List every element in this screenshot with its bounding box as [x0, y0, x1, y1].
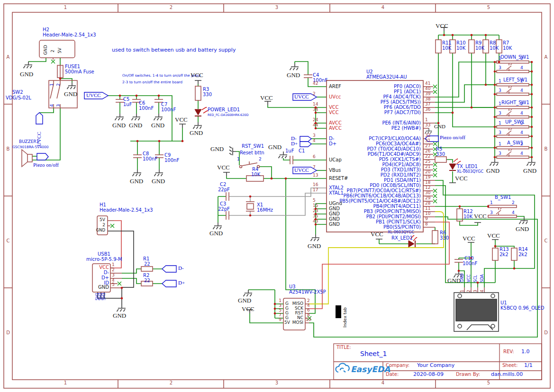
- x1-value[interactable]: 16MHz: [257, 208, 273, 213]
- r1-value[interactable]: 22: [144, 262, 150, 267]
- d-plus-flag-label[interactable]: D+: [291, 141, 298, 147]
- note-onoff-2[interactable]: 2-3 to turn on/off the entire board: [122, 80, 182, 84]
- fuse1-ref[interactable]: FUSE1: [65, 64, 80, 70]
- r9-ref[interactable]: R9: [475, 41, 481, 46]
- c8-value[interactable]: 100nF: [143, 157, 157, 162]
- power-led-part[interactable]: RED_FC-OA1608HRK-620D: [208, 114, 248, 117]
- u2-part[interactable]: ATMEGA32U4-AU: [366, 75, 407, 80]
- r8-value[interactable]: 10K: [490, 46, 499, 51]
- u1-ref[interactable]: U1: [500, 301, 507, 306]
- r6-value[interactable]: 330: [440, 236, 449, 241]
- r5-ref[interactable]: R5: [436, 147, 442, 152]
- h1-part[interactable]: Header-Male-2.54_1x3: [100, 208, 153, 213]
- h2-ref[interactable]: H2: [43, 27, 49, 33]
- r7-value[interactable]: 10K: [503, 46, 512, 51]
- frame-row-label: B: [4, 147, 12, 152]
- r2-value[interactable]: 22: [144, 278, 150, 284]
- u1-part[interactable]: K5BCQ 0.96_OLED: [500, 306, 544, 311]
- b-sw-ref[interactable]: B_SW1: [495, 195, 511, 200]
- r8-ref[interactable]: R8: [490, 41, 496, 46]
- c2-ref[interactable]: C2: [220, 182, 226, 187]
- u3-part[interactable]: A2541WV-2X5P: [289, 290, 326, 295]
- r12-ref[interactable]: R12: [463, 209, 473, 214]
- u2-ref[interactable]: U2: [366, 70, 373, 75]
- titleblock-date[interactable]: 2020-08-09: [413, 372, 444, 377]
- r14-ref[interactable]: R14: [518, 247, 528, 252]
- d-plus-flag-label[interactable]: D+: [178, 280, 185, 286]
- rx-led-part[interactable]: XL-0603QYGC: [388, 231, 414, 234]
- rx-led-ref[interactable]: RX_LED1: [391, 236, 413, 241]
- c7-value[interactable]: 100nF: [161, 107, 176, 113]
- r13-value[interactable]: 2k2: [500, 252, 509, 258]
- power-led-icon[interactable]: [195, 107, 208, 116]
- r10-value[interactable]: 10K: [456, 46, 465, 51]
- c1-value[interactable]: 1uF: [285, 149, 294, 154]
- piezo-net-label[interactable]: Piezo on/off: [33, 162, 59, 168]
- c2-value[interactable]: 22pF: [218, 187, 230, 193]
- c7-ref[interactable]: C7: [161, 102, 167, 107]
- c9-ref[interactable]: C9: [164, 153, 171, 158]
- usb1-ref[interactable]: USB1: [98, 252, 110, 257]
- sw2-ref[interactable]: SW2: [12, 90, 23, 95]
- r1-ref[interactable]: R1: [143, 257, 149, 262]
- buzzer1-ref[interactable]: BUZZER1: [19, 140, 39, 144]
- r11-ref[interactable]: R11: [442, 41, 452, 46]
- wires-gray[interactable]: [229, 188, 327, 215]
- rst-sw-ref[interactable]: RST_SW1: [242, 144, 264, 149]
- rst-sw-part[interactable]: Reset bttn: [240, 151, 264, 156]
- titleblock-rev[interactable]: 1.0: [521, 349, 530, 355]
- r4-ref[interactable]: R4: [252, 167, 258, 172]
- left-sw-ref[interactable]: LEFT_SW1: [503, 78, 527, 83]
- r4-value[interactable]: 10K: [251, 172, 260, 178]
- uvcc-flag-label[interactable]: UVCC: [86, 93, 101, 98]
- usb1-part[interactable]: micro-5P-5.9-M: [86, 257, 122, 262]
- c10-value[interactable]: 100nF: [463, 261, 477, 267]
- r14-value[interactable]: 2k2: [518, 252, 527, 258]
- power-led-ref[interactable]: POWER_LED1: [208, 107, 240, 113]
- r5-value[interactable]: 330: [436, 152, 445, 157]
- h2-part[interactable]: Header-Male-2.54_1x3: [43, 33, 96, 38]
- r3-ref[interactable]: R3: [203, 87, 209, 92]
- r7-ref[interactable]: R7: [503, 41, 509, 46]
- piezo-net-label[interactable]: Piezo on/off: [440, 135, 465, 141]
- r3-value[interactable]: 330: [203, 92, 212, 98]
- r9-value[interactable]: 10K: [475, 46, 484, 51]
- r12-value[interactable]: 10K: [463, 214, 472, 220]
- uvcc-flag-label[interactable]: UVCC: [294, 94, 309, 100]
- titleblock-sheet[interactable]: 1/1: [524, 363, 533, 368]
- uvcc-flag-label[interactable]: UVCC: [294, 168, 309, 173]
- c6-ref[interactable]: C6: [139, 101, 145, 106]
- oled-module[interactable]: [454, 287, 499, 331]
- note-onoff-1[interactable]: On/Off switches. 1-4 to turn on/off the …: [122, 74, 201, 78]
- titleblock-company[interactable]: Your Company: [417, 363, 454, 368]
- c3-value[interactable]: 22pF: [218, 207, 230, 212]
- x1-ref[interactable]: X1: [257, 203, 263, 208]
- titleblock-drawnby[interactable]: dan.mills.00: [491, 372, 523, 377]
- note-usb-battery[interactable]: used to switch between usb and battery s…: [112, 47, 236, 53]
- u3-ref[interactable]: U3: [289, 285, 296, 290]
- down-sw-ref[interactable]: DOWN_SW1: [500, 55, 529, 60]
- sw2-part[interactable]: VDG/S-02L: [6, 96, 31, 101]
- r10-ref[interactable]: R10: [456, 41, 466, 46]
- r6-ref[interactable]: R6: [440, 231, 446, 236]
- c10-ref[interactable]: C10: [464, 256, 474, 261]
- c4-ref[interactable]: C4: [313, 73, 319, 78]
- c5-ref[interactable]: C5: [123, 97, 129, 102]
- c3-ref[interactable]: C3: [220, 202, 226, 207]
- h1-ref[interactable]: H1: [100, 203, 106, 208]
- c6-value[interactable]: 100nF: [139, 106, 154, 111]
- d-minus-flag-label[interactable]: D-: [178, 266, 184, 271]
- c8-ref[interactable]: C8: [143, 151, 149, 157]
- r11-value[interactable]: 10K: [442, 46, 451, 51]
- buzzer1-part[interactable]: GSC9018RA-5V4000: [12, 145, 48, 149]
- tx-led-ref[interactable]: TX_LED1: [457, 164, 478, 169]
- titleblock-title[interactable]: Sheet_1: [360, 350, 387, 357]
- right-sw-ref[interactable]: RIGHT_SW1: [501, 100, 529, 106]
- c5-value[interactable]: 1uF: [123, 102, 132, 107]
- tx-led-part[interactable]: XL-0603QYGC: [457, 170, 483, 174]
- c1-ref[interactable]: C1: [299, 149, 305, 154]
- r2-ref[interactable]: R2: [143, 273, 149, 278]
- r13-ref[interactable]: R13: [500, 247, 509, 252]
- c9-value[interactable]: 100nF: [164, 158, 179, 163]
- fuse1-value[interactable]: 500mA Fuse: [65, 70, 94, 75]
